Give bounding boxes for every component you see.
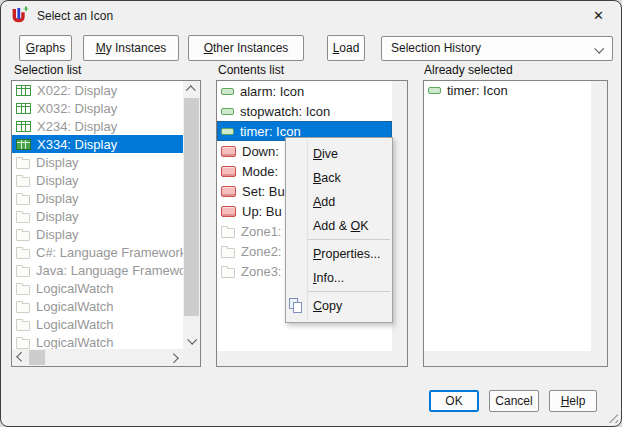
other-instances-button[interactable]: Other Instances (188, 35, 304, 61)
resize-grip[interactable] (605, 410, 618, 423)
pill-icon (221, 108, 234, 115)
list-item[interactable]: LogicalWatch (12, 333, 183, 349)
help-button[interactable]: Help (549, 390, 597, 412)
folder-icon (16, 285, 30, 295)
list-item-label: Up: Bu (242, 204, 282, 219)
already-selected-label: Already selected (424, 63, 513, 77)
list-item[interactable]: LogicalWatch (12, 315, 183, 333)
list-item-label: X334: Display (37, 137, 117, 152)
list-item-label: Zone2: (241, 244, 281, 259)
list-item[interactable]: Display (12, 189, 183, 207)
titlebar: Select an Icon ✕ (1, 1, 621, 31)
key-icon (221, 186, 236, 197)
list-item[interactable]: stopwatch: Icon (217, 101, 392, 121)
menu-item-properties[interactable]: Properties... (286, 242, 392, 266)
contents-list-label: Contents list (218, 63, 284, 77)
menu-item-label: Back (313, 171, 341, 185)
menu-item-label: Properties... (313, 247, 380, 261)
list-item[interactable]: X234: Display (12, 117, 183, 135)
pill-icon (221, 128, 234, 135)
horizontal-scrollbar-thumb[interactable] (29, 350, 45, 365)
list-item-label: Display (36, 155, 79, 170)
already-selected-viewport[interactable]: timer: Icon (424, 81, 591, 351)
window-title: Select an Icon (37, 1, 113, 31)
key-icon (221, 146, 236, 157)
folder-icon (16, 339, 30, 349)
vertical-scrollbar-thumb[interactable] (184, 98, 199, 316)
app-icon (10, 6, 30, 26)
scroll-left-button[interactable] (12, 349, 29, 366)
close-icon: ✕ (593, 8, 604, 23)
table-icon (16, 103, 31, 114)
list-item-label: LogicalWatch (36, 281, 114, 296)
chevron-left-icon (16, 352, 26, 362)
list-item[interactable]: alarm: Icon (217, 81, 392, 101)
folder-icon (221, 228, 235, 238)
menu-item-label: Add & OK (313, 219, 369, 233)
list-item-label: Java: Language Framework (36, 263, 183, 278)
scroll-down-button[interactable] (183, 332, 200, 349)
folder-icon (16, 213, 30, 223)
pill-icon (221, 88, 234, 95)
chevron-right-icon (169, 353, 179, 363)
my-instances-button[interactable]: My Instances (83, 35, 179, 61)
cancel-button[interactable]: Cancel (489, 390, 539, 412)
context-menu: DiveBackAddAdd & OKProperties...Info...C… (285, 137, 393, 323)
list-item-label: Zone1: (241, 224, 281, 239)
menu-item-dive[interactable]: Dive (286, 142, 392, 166)
chevron-down-icon (592, 37, 604, 62)
list-item[interactable]: X334: Display (12, 135, 183, 153)
selection-list: X022: DisplayX032: DisplayX234: DisplayX… (11, 80, 201, 367)
scroll-up-button[interactable] (183, 81, 200, 98)
copy-icon (289, 298, 303, 314)
list-item[interactable]: LogicalWatch (12, 297, 183, 315)
scroll-right-button[interactable] (166, 349, 183, 366)
menu-item-add-ok[interactable]: Add & OK (286, 214, 392, 238)
folder-icon (16, 267, 30, 277)
selection-list-viewport[interactable]: X022: DisplayX032: DisplayX234: DisplayX… (12, 81, 183, 349)
menu-item-label: Info... (313, 271, 344, 285)
menu-item-info[interactable]: Info... (286, 266, 392, 290)
chevron-down-icon (187, 335, 197, 345)
list-item[interactable]: Display (12, 171, 183, 189)
close-button[interactable]: ✕ (576, 1, 621, 30)
table-icon (16, 85, 31, 96)
graphs-button[interactable]: Graphs (19, 35, 72, 61)
list-item[interactable]: timer: Icon (424, 81, 591, 100)
menu-separator (308, 239, 390, 240)
folder-icon (16, 195, 30, 205)
list-item[interactable]: Display (12, 153, 183, 171)
menu-item-label: Dive (313, 147, 338, 161)
ok-button[interactable]: OK (429, 390, 479, 412)
vertical-scrollbar[interactable] (183, 81, 200, 349)
select-icon-dialog: Select an Icon ✕ Graphs My Instances Oth… (0, 0, 622, 427)
folder-icon (16, 321, 30, 331)
list-item[interactable]: X022: Display (12, 81, 183, 99)
table-sel-icon (16, 139, 31, 150)
list-item-label: Display (36, 173, 79, 188)
menu-item-add[interactable]: Add (286, 190, 392, 214)
menu-item-label: Copy (313, 299, 342, 313)
horizontal-scrollbar[interactable] (12, 349, 183, 366)
folder-icon (16, 303, 30, 313)
pill-icon (428, 87, 441, 94)
list-item-label: Display (36, 227, 79, 242)
list-item-label: Display (36, 209, 79, 224)
folder-icon (221, 268, 235, 278)
list-item[interactable]: Java: Language Framework (12, 261, 183, 279)
list-item[interactable]: C#: Language Framework (12, 243, 183, 261)
list-item[interactable]: X032: Display (12, 99, 183, 117)
list-item-label: X234: Display (37, 119, 117, 134)
table-icon (16, 121, 31, 132)
menu-item-copy[interactable]: Copy (286, 294, 392, 318)
list-item[interactable]: LogicalWatch (12, 279, 183, 297)
menu-item-back[interactable]: Back (286, 166, 392, 190)
list-item[interactable]: Display (12, 225, 183, 243)
load-button[interactable]: Load (327, 35, 365, 61)
list-item-label: stopwatch: Icon (240, 104, 330, 119)
scrollbar-corner (183, 349, 200, 366)
list-item-label: C#: Language Framework (36, 245, 183, 260)
list-item-label: LogicalWatch (36, 299, 114, 314)
selection-history-dropdown[interactable]: Selection History (381, 36, 613, 61)
list-item[interactable]: Display (12, 207, 183, 225)
